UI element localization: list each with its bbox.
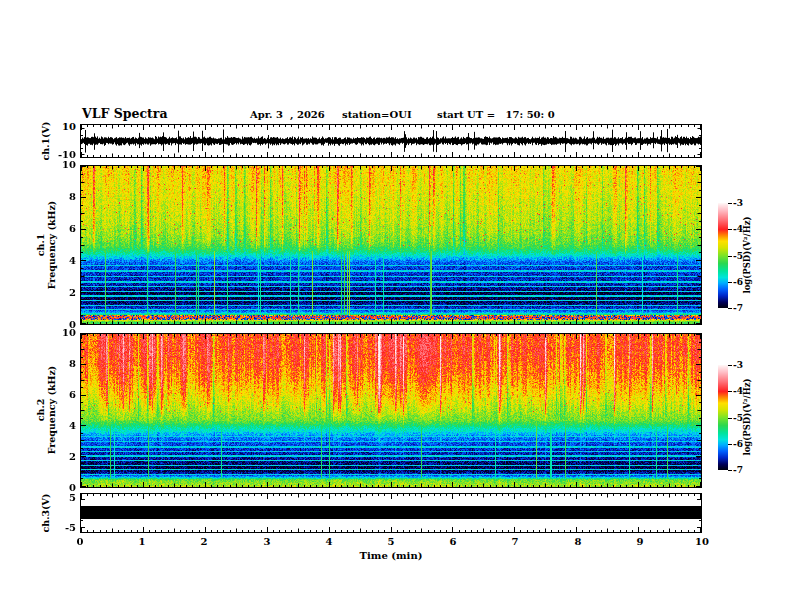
start-ut-label: start UT = 17: 50: 0 <box>437 109 555 120</box>
colorbar-tick <box>728 229 732 230</box>
ch1-frequency-axis-label-line2: Frequency (kHz) <box>47 201 58 290</box>
date-label: Apr. 3 , 2026 <box>250 109 325 120</box>
colorbar-tick-label: -6 <box>733 278 743 287</box>
x-tick-label: 10 <box>687 537 717 547</box>
colorbar-tick <box>728 365 732 366</box>
y-tick-label-ch2-spec: 4 <box>42 421 76 431</box>
ch2-frequency-axis-label-line2: Frequency (kHz) <box>47 366 58 455</box>
y-tick-label-ch2-spec: 8 <box>42 359 76 369</box>
vlf-spectra-figure: VLF Spectra Apr. 3 , 2026 station=OUI st… <box>0 0 792 612</box>
colorbar-tick-label: -5 <box>733 414 743 423</box>
x-tick-label: 3 <box>252 537 282 547</box>
colorbar-tick-label: -7 <box>733 466 743 475</box>
ch2-colorbar-label: log(PSD)(V²/Hz) <box>743 378 753 455</box>
ch2-colorbar <box>718 365 728 470</box>
y-tick-label-ch1-spec: 8 <box>42 192 76 202</box>
colorbar-tick <box>728 470 732 471</box>
x-tick-label: 4 <box>314 537 344 547</box>
ch2-spectrogram-plot <box>81 334 701 487</box>
ch1-colorbar-label: log(PSD)(V²/Hz) <box>743 216 753 293</box>
colorbar-tick-label: -6 <box>733 440 743 449</box>
colorbar-tick-label: -3 <box>733 199 743 208</box>
colorbar-tick-label: -4 <box>733 225 743 234</box>
y-tick-label-ch1-wave: 10 <box>42 122 76 132</box>
ch1-spectrogram-panel <box>80 165 702 325</box>
x-tick-label: 7 <box>500 537 530 547</box>
y-tick-label-ch3-wave: -5 <box>42 523 76 533</box>
y-tick-label-ch2-spec: 2 <box>42 452 76 462</box>
colorbar-tick <box>728 282 732 283</box>
y-tick-label-ch2-spec: 6 <box>42 390 76 400</box>
y-tick-label-ch2-spec: 10 <box>42 328 76 338</box>
ch2-spectrogram-panel <box>80 333 702 488</box>
colorbar-tick <box>728 308 732 309</box>
colorbar-tick <box>728 256 732 257</box>
x-tick-label: 9 <box>625 537 655 547</box>
time-axis-label: Time (min) <box>331 550 451 561</box>
x-tick-label: 8 <box>563 537 593 547</box>
x-tick-label: 0 <box>65 537 95 547</box>
x-tick-label: 2 <box>189 537 219 547</box>
y-tick-label-ch1-spec: 10 <box>42 160 76 170</box>
colorbar-tick-label: -4 <box>733 387 743 396</box>
figure-title: VLF Spectra <box>82 106 168 121</box>
colorbar-tick <box>728 203 732 204</box>
ch1-frequency-axis-label: ch.1 Frequency (kHz) <box>36 201 58 290</box>
ch2-frequency-axis-label: ch.2 Frequency (kHz) <box>36 366 58 455</box>
colorbar-tick <box>728 391 732 392</box>
ch1-spectrogram-plot <box>81 166 701 324</box>
y-tick-label-ch1-spec: 2 <box>42 288 76 298</box>
colorbar-tick-label: -3 <box>733 361 743 370</box>
x-tick-label: 6 <box>438 537 468 547</box>
ch1-waveform-plot <box>81 125 701 157</box>
y-tick-label-ch3-wave: 5 <box>42 493 76 503</box>
x-tick-label: 1 <box>127 537 157 547</box>
colorbar-tick-label: -7 <box>733 304 743 313</box>
colorbar-tick-label: -5 <box>733 252 743 261</box>
ch3-waveform-plot <box>81 494 701 532</box>
ch1-waveform-panel <box>80 124 702 158</box>
x-tick-label: 5 <box>376 537 406 547</box>
ch1-colorbar <box>718 203 728 308</box>
station-label: station=OUI <box>342 109 412 120</box>
y-tick-label-ch1-spec: 4 <box>42 256 76 266</box>
ch3-waveform-panel <box>80 493 702 533</box>
y-tick-label-ch1-spec: 6 <box>42 224 76 234</box>
colorbar-tick <box>728 444 732 445</box>
colorbar-tick <box>728 418 732 419</box>
